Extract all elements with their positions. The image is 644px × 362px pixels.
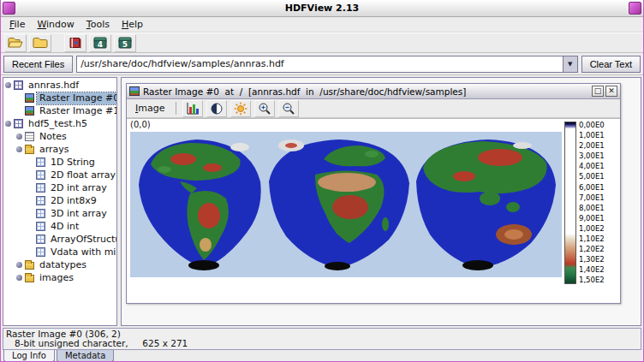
tab-metadata[interactable]: Metadata xyxy=(57,350,114,362)
hdf-file-icon xyxy=(14,119,23,128)
mdi-desktop: Raster Image #0 at / [annras.hdf in /usr… xyxy=(121,77,641,326)
tree-item-hdf5-test-h5[interactable]: hdf5_test.h5 xyxy=(3,117,116,130)
image-scrollpane: (0,0) xyxy=(127,118,620,303)
tree-item-1d-string[interactable]: 1D String xyxy=(3,156,116,169)
window-close-button[interactable] xyxy=(629,2,641,15)
colorbar-label: 1,00E2 xyxy=(579,225,605,233)
menu-help[interactable]: Help xyxy=(116,17,149,32)
table-icon xyxy=(36,247,45,257)
tree-item-raster-image-1[interactable]: Raster Image #1 xyxy=(3,104,116,117)
tree-item-arrays[interactable]: arrays xyxy=(3,143,116,156)
tree-item-images[interactable]: images xyxy=(3,271,116,284)
main-toolbar: 4 5 xyxy=(1,33,643,53)
main-content: annras.hdf Raster Image #0 Raster Image … xyxy=(1,75,643,328)
svg-text:4: 4 xyxy=(98,40,103,49)
tree-item-vdata-mixed-type[interactable]: Vdata with mixed type xyxy=(3,246,116,258)
toolbar-separator xyxy=(54,43,62,44)
pixel-coordinates: (0,0) xyxy=(127,119,620,130)
hdf5-icon: 5 xyxy=(118,36,132,50)
dataset-icon xyxy=(36,196,45,205)
colorbar-label: 1,50E2 xyxy=(579,276,605,284)
frame-titlebar[interactable]: Raster Image #0 at / [annras.hdf in /usr… xyxy=(127,84,620,99)
tree-item-raster-image-0[interactable]: Raster Image #0 xyxy=(3,92,116,104)
closed-folder-icon xyxy=(33,37,48,49)
palette-labels: 0,00E0 1,00E1 2,00E1 3,00E1 4,00E1 5,00E… xyxy=(579,122,605,284)
colorbar-label: 8,00E1 xyxy=(579,205,605,212)
tree-expand-handle[interactable] xyxy=(5,121,11,127)
tree-item-datatypes[interactable]: datatypes xyxy=(3,258,116,271)
zoom-out-button[interactable] xyxy=(278,100,299,117)
file-tree: annras.hdf Raster Image #0 Raster Image … xyxy=(3,77,117,326)
tree-item-2d-int8x9[interactable]: 2D int8x9 xyxy=(3,194,116,207)
zoom-in-icon xyxy=(258,102,271,116)
tree-expand-handle[interactable] xyxy=(16,134,22,139)
frame-close-button[interactable]: ✕ xyxy=(605,86,617,97)
zoom-in-button[interactable] xyxy=(254,100,275,117)
frame-menubar: Image xyxy=(127,99,620,118)
zoom-out-icon xyxy=(282,102,295,116)
window-title: HDFView 2.13 xyxy=(285,3,360,14)
open-file-button[interactable] xyxy=(4,34,27,52)
window-titlebar[interactable]: HDFView 2.13 xyxy=(1,0,643,17)
image-area: 0,00E0 1,00E1 2,00E1 3,00E1 4,00E1 5,00E… xyxy=(127,130,620,303)
tree-item-annras-hdf[interactable]: annras.hdf xyxy=(3,79,116,92)
raster-image-icon xyxy=(25,106,34,116)
hdf4-library-button[interactable]: 4 xyxy=(89,34,111,52)
colorbar-label: 2,00E1 xyxy=(579,142,605,150)
frame-title: Raster Image #0 at / [annras.hdf in /usr… xyxy=(143,86,466,97)
folder-icon xyxy=(25,275,34,282)
tree-item-notes[interactable]: Notes xyxy=(3,130,116,143)
folder-icon xyxy=(25,262,34,270)
colorbar-label: 0,00E0 xyxy=(579,122,605,129)
dataset-icon xyxy=(36,170,45,180)
tree-item-arrayofstructures[interactable]: ArrayOfStructures xyxy=(3,233,116,246)
file-path-combobox[interactable]: /usr/share/doc/hdfview/samples/annras.hd… xyxy=(76,56,578,73)
frame-maximize-button[interactable]: □ xyxy=(592,86,604,97)
tree-item-3d-int-array[interactable]: 3D int array xyxy=(3,207,116,220)
sun-icon xyxy=(234,102,247,116)
menu-file[interactable]: File xyxy=(3,17,31,32)
close-file-button[interactable] xyxy=(29,34,51,52)
hdf-file-icon xyxy=(14,80,23,90)
tree-expand-handle[interactable] xyxy=(16,262,22,268)
hdf4-icon: 4 xyxy=(93,36,107,50)
help-book-icon xyxy=(69,37,82,49)
tree-item-2d-int-array[interactable]: 2D int array xyxy=(3,181,116,194)
dataset-icon xyxy=(36,183,45,193)
tab-log-info[interactable]: Log Info xyxy=(3,350,55,362)
raster-image-icon xyxy=(25,93,34,103)
window-menu-button[interactable] xyxy=(3,2,15,15)
combo-dropdown-arrow[interactable]: ▼ xyxy=(563,56,577,72)
colorbar-label: 1,40E2 xyxy=(579,266,605,274)
hdf5-library-button[interactable]: 5 xyxy=(114,34,136,52)
tree-expand-handle[interactable] xyxy=(5,82,11,88)
tree-expand-handle[interactable] xyxy=(16,146,22,152)
colorbar-label: 9,00E1 xyxy=(579,215,605,223)
colorbar-label: 3,00E1 xyxy=(579,152,605,160)
palette-button[interactable] xyxy=(182,100,203,117)
dataset-icon xyxy=(36,222,45,231)
dataset-icon xyxy=(36,157,45,167)
bottom-tab-bar: Log Info Metadata xyxy=(1,350,643,362)
hdfview-window: HDFView 2.13 File Window Tools Help xyxy=(0,0,644,362)
menu-tools[interactable]: Tools xyxy=(80,17,116,32)
recent-files-button[interactable]: Recent Files xyxy=(3,56,73,73)
recent-files-bar: Recent Files /usr/share/doc/hdfview/samp… xyxy=(1,53,643,75)
status-panel: Raster Image #0 (306, 2) 8-bit unsigned … xyxy=(3,328,641,350)
tree-item-2d-float-array[interactable]: 2D float array xyxy=(3,169,116,181)
colorbar-label: 7,00E1 xyxy=(579,194,605,202)
image-menu[interactable]: Image xyxy=(130,102,170,115)
help-button[interactable] xyxy=(64,34,86,52)
clear-text-button[interactable]: Clear Text xyxy=(581,56,641,73)
menu-window[interactable]: Window xyxy=(31,17,80,32)
contrast-button[interactable] xyxy=(230,100,251,117)
tree-item-4d-int[interactable]: 4D int xyxy=(3,220,116,233)
table-icon xyxy=(36,234,45,244)
svg-text:5: 5 xyxy=(122,40,128,49)
colorbar-label: 1,30E2 xyxy=(579,256,605,264)
brightness-button[interactable] xyxy=(206,100,227,117)
tree-expand-handle[interactable] xyxy=(16,275,22,281)
raster-image[interactable] xyxy=(130,132,562,277)
colorbar-label: 1,00E1 xyxy=(579,132,605,139)
folder-icon xyxy=(25,146,34,154)
